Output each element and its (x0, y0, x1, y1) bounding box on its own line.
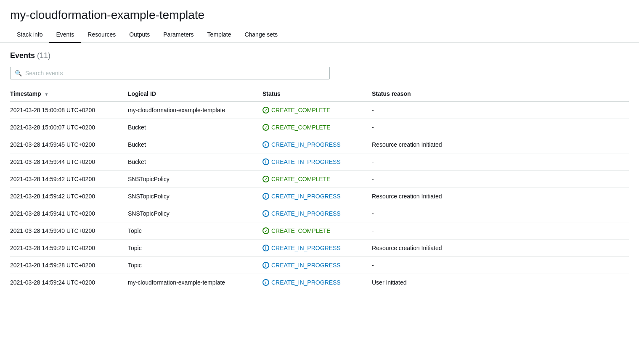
cell-status-reason: User Initiated (372, 274, 629, 291)
cell-timestamp: 2021-03-28 14:59:40 UTC+0200 (10, 222, 128, 240)
cell-status-reason: Resource creation Initiated (372, 136, 629, 153)
table-row: 2021-03-28 14:59:42 UTC+0200SNSTopicPoli… (10, 188, 629, 205)
cell-timestamp: 2021-03-28 14:59:45 UTC+0200 (10, 136, 128, 153)
col-header-timestamp[interactable]: Timestamp ▼ (10, 86, 128, 102)
cell-logical-id: SNSTopicPolicy (128, 188, 262, 205)
sort-icon: ▼ (45, 92, 49, 97)
cell-logical-id: Topic (128, 240, 262, 257)
tab-change-sets[interactable]: Change sets (238, 27, 284, 43)
status-icon-complete: ✓ (262, 107, 269, 113)
status-icon-complete: ✓ (262, 176, 269, 182)
status-text: CREATE_IN_PROGRESS (271, 245, 341, 251)
status-text: CREATE_COMPLETE (271, 176, 331, 182)
search-box: 🔍 (10, 67, 330, 79)
status-text: CREATE_IN_PROGRESS (271, 193, 341, 200)
cell-logical-id: Bucket (128, 119, 262, 136)
status-text: CREATE_IN_PROGRESS (271, 141, 341, 148)
cell-status: ✓CREATE_COMPLETE (262, 171, 372, 188)
cell-status-reason: Resource creation Initiated (372, 240, 629, 257)
cell-status-reason: - (372, 257, 629, 274)
table-row: 2021-03-28 15:00:07 UTC+0200Bucket✓CREAT… (10, 119, 629, 136)
cell-status-reason: - (372, 205, 629, 222)
status-icon-in-progress: i (262, 245, 269, 251)
cell-status-reason: - (372, 153, 629, 171)
table-row: 2021-03-28 15:00:08 UTC+0200my-cloudform… (10, 102, 629, 119)
search-input[interactable] (25, 70, 325, 76)
col-header-status: Status (262, 86, 372, 102)
search-container: 🔍 (10, 67, 629, 79)
cell-status-reason: - (372, 222, 629, 240)
cell-timestamp: 2021-03-28 14:59:42 UTC+0200 (10, 188, 128, 205)
cell-status-reason: - (372, 171, 629, 188)
cell-logical-id: Bucket (128, 153, 262, 171)
table-header-row: Timestamp ▼ Logical ID Status Status rea… (10, 86, 629, 102)
cell-timestamp: 2021-03-28 15:00:07 UTC+0200 (10, 119, 128, 136)
page-title: my-cloudformation-example-template (10, 8, 629, 22)
status-text: CREATE_IN_PROGRESS (271, 262, 341, 269)
section-title-text: Events (10, 51, 35, 60)
events-count: (11) (37, 51, 50, 60)
status-text: CREATE_IN_PROGRESS (271, 158, 341, 165)
tab-stack-info[interactable]: Stack info (10, 27, 49, 43)
table-row: 2021-03-28 14:59:42 UTC+0200SNSTopicPoli… (10, 171, 629, 188)
cell-timestamp: 2021-03-28 14:59:24 UTC+0200 (10, 274, 128, 291)
cell-logical-id: my-cloudformation-example-template (128, 274, 262, 291)
cell-timestamp: 2021-03-28 14:59:28 UTC+0200 (10, 257, 128, 274)
col-header-status-reason: Status reason (372, 86, 629, 102)
cell-logical-id: SNSTopicPolicy (128, 171, 262, 188)
table-row: 2021-03-28 14:59:24 UTC+0200my-cloudform… (10, 274, 629, 291)
cell-status: iCREATE_IN_PROGRESS (262, 240, 372, 257)
table-row: 2021-03-28 14:59:45 UTC+0200BucketiCREAT… (10, 136, 629, 153)
cell-logical-id: Bucket (128, 136, 262, 153)
cell-timestamp: 2021-03-28 14:59:44 UTC+0200 (10, 153, 128, 171)
cell-status: iCREATE_IN_PROGRESS (262, 257, 372, 274)
search-icon: 🔍 (15, 70, 22, 76)
table-row: 2021-03-28 14:59:41 UTC+0200SNSTopicPoli… (10, 205, 629, 222)
status-icon-in-progress: i (262, 210, 269, 217)
cell-logical-id: Topic (128, 257, 262, 274)
cell-logical-id: SNSTopicPolicy (128, 205, 262, 222)
cell-status: iCREATE_IN_PROGRESS (262, 205, 372, 222)
status-icon-in-progress: i (262, 279, 269, 286)
cell-timestamp: 2021-03-28 14:59:41 UTC+0200 (10, 205, 128, 222)
tab-parameters[interactable]: Parameters (156, 27, 200, 43)
status-text: CREATE_COMPLETE (271, 124, 331, 131)
status-text: CREATE_COMPLETE (271, 107, 331, 113)
status-icon-complete: ✓ (262, 124, 269, 131)
table-row: 2021-03-28 14:59:28 UTC+0200TopiciCREATE… (10, 257, 629, 274)
events-table: Timestamp ▼ Logical ID Status Status rea… (10, 86, 629, 291)
page-header: my-cloudformation-example-template Stack… (0, 0, 639, 43)
cell-status: iCREATE_IN_PROGRESS (262, 274, 372, 291)
cell-logical-id: my-cloudformation-example-template (128, 102, 262, 119)
col-header-logical-id: Logical ID (128, 86, 262, 102)
tab-template[interactable]: Template (201, 27, 238, 43)
tab-resources[interactable]: Resources (81, 27, 122, 43)
cell-timestamp: 2021-03-28 15:00:08 UTC+0200 (10, 102, 128, 119)
cell-status-reason: - (372, 119, 629, 136)
cell-status: iCREATE_IN_PROGRESS (262, 136, 372, 153)
cell-status: iCREATE_IN_PROGRESS (262, 153, 372, 171)
cell-timestamp: 2021-03-28 14:59:29 UTC+0200 (10, 240, 128, 257)
tab-outputs[interactable]: Outputs (122, 27, 156, 43)
content-area: Events (11) 🔍 Timestamp ▼ Logical ID Sta… (0, 43, 639, 300)
table-row: 2021-03-28 14:59:29 UTC+0200TopiciCREATE… (10, 240, 629, 257)
cell-timestamp: 2021-03-28 14:59:42 UTC+0200 (10, 171, 128, 188)
cell-status: ✓CREATE_COMPLETE (262, 222, 372, 240)
table-row: 2021-03-28 14:59:44 UTC+0200BucketiCREAT… (10, 153, 629, 171)
status-icon-in-progress: i (262, 262, 269, 269)
status-icon-in-progress: i (262, 158, 269, 165)
cell-status-reason: Resource creation Initiated (372, 188, 629, 205)
cell-status: iCREATE_IN_PROGRESS (262, 188, 372, 205)
tab-events[interactable]: Events (49, 27, 81, 43)
status-icon-in-progress: i (262, 193, 269, 200)
cell-logical-id: Topic (128, 222, 262, 240)
status-text: CREATE_IN_PROGRESS (271, 210, 341, 217)
status-icon-complete: ✓ (262, 227, 269, 234)
table-row: 2021-03-28 14:59:40 UTC+0200Topic✓CREATE… (10, 222, 629, 240)
cell-status: ✓CREATE_COMPLETE (262, 119, 372, 136)
status-icon-in-progress: i (262, 141, 269, 148)
tabs-nav: Stack info Events Resources Outputs Para… (0, 27, 639, 43)
cell-status-reason: - (372, 102, 629, 119)
status-text: CREATE_COMPLETE (271, 227, 331, 234)
cell-status: ✓CREATE_COMPLETE (262, 102, 372, 119)
